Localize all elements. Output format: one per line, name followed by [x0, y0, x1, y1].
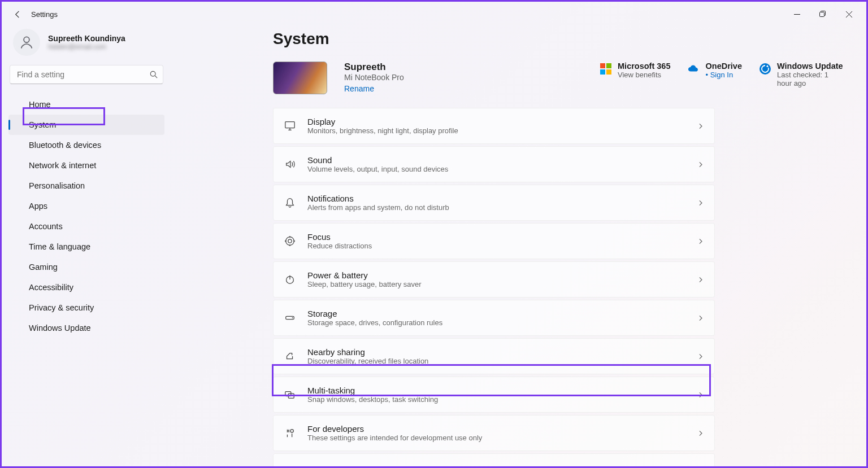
- setting-title: Power & battery: [307, 270, 697, 280]
- setting-sub: Alerts from apps and system, do not dist…: [307, 203, 697, 212]
- nav-network[interactable]: Network & internet: [8, 155, 164, 176]
- setting-title: For developers: [307, 424, 697, 434]
- setting-sub: Sleep, battery usage, battery saver: [307, 280, 697, 288]
- setting-sub: Volume levels, output, input, sound devi…: [307, 165, 697, 173]
- svg-rect-5: [606, 63, 611, 68]
- nav-home[interactable]: Home: [8, 94, 164, 115]
- nav-accessibility[interactable]: Accessibility: [8, 277, 164, 298]
- setting-storage[interactable]: StorageStorage space, drives, configurat…: [273, 300, 715, 336]
- setting-multi[interactable]: Multi-taskingSnap windows, desktops, tas…: [273, 377, 715, 413]
- m365-icon: [600, 63, 612, 75]
- svg-rect-7: [606, 69, 611, 75]
- chevron-right-icon: [697, 314, 704, 322]
- bell-icon: [284, 197, 296, 208]
- setting-title: Sound: [307, 155, 697, 165]
- update-icon: [759, 63, 771, 75]
- setting-title: Display: [307, 117, 697, 126]
- page-title: System: [273, 30, 844, 48]
- setting-power[interactable]: Power & batterySleep, battery usage, bat…: [273, 261, 715, 298]
- sidebar-nav: Home System Bluetooth & devices Network …: [8, 94, 164, 338]
- svg-point-3: [150, 71, 155, 76]
- nav-time-language[interactable]: Time & language: [8, 237, 164, 257]
- display-icon: [284, 120, 296, 132]
- share-icon: [284, 351, 296, 362]
- minimize-icon: [794, 11, 800, 18]
- svg-rect-1: [820, 12, 824, 17]
- chevron-right-icon: [697, 123, 704, 130]
- focus-icon: [284, 235, 296, 247]
- svg-point-10: [286, 237, 294, 246]
- chevron-right-icon: [697, 238, 704, 245]
- nav-apps[interactable]: Apps: [8, 196, 164, 216]
- profile-block[interactable]: Supreeth Koundinya hidden@email.com: [8, 27, 164, 65]
- svg-rect-6: [600, 69, 605, 75]
- setting-focus[interactable]: FocusReduce distractions: [273, 223, 715, 259]
- dev-icon: [284, 427, 296, 439]
- svg-point-2: [24, 37, 29, 42]
- system-header: Supreeth Mi NoteBook Pro Rename Microsof…: [273, 62, 844, 94]
- multi-icon: [284, 389, 296, 400]
- main-panel: System Supreeth Mi NoteBook Pro Rename M…: [171, 27, 866, 466]
- window-controls: [784, 5, 862, 23]
- device-name: Supreeth: [344, 62, 404, 73]
- setting-bell[interactable]: NotificationsAlerts from apps and system…: [273, 185, 715, 221]
- nav-personalisation[interactable]: Personalisation: [8, 176, 164, 196]
- setting-title: Focus: [307, 232, 697, 242]
- setting-title: Storage: [307, 309, 697, 318]
- nav-bluetooth[interactable]: Bluetooth & devices: [8, 135, 164, 155]
- storage-icon: [284, 312, 296, 323]
- back-button[interactable]: [6, 3, 29, 25]
- nav-gaming[interactable]: Gaming: [8, 257, 164, 277]
- setting-display[interactable]: DisplayMonitors, brightness, night light…: [273, 108, 715, 144]
- person-icon: [19, 34, 34, 50]
- setting-sub: Discoverability, received files location: [307, 357, 697, 365]
- setting-sub: Monitors, brightness, night light, displ…: [307, 126, 697, 135]
- settings-list: DisplayMonitors, brightness, night light…: [273, 108, 715, 466]
- nav-windows-update[interactable]: Windows Update: [8, 318, 164, 338]
- search-input[interactable]: [10, 65, 163, 84]
- sound-icon: [284, 159, 296, 170]
- device-image: [273, 62, 327, 94]
- svg-rect-4: [600, 63, 605, 68]
- setting-sub: Storage space, drives, configuration rul…: [307, 318, 697, 327]
- setting-title: Multi-tasking: [307, 386, 697, 395]
- nav-privacy[interactable]: Privacy & security: [8, 298, 164, 318]
- svg-rect-9: [285, 122, 294, 128]
- maximize-button[interactable]: [810, 5, 836, 23]
- tile-windows-update[interactable]: Windows Update Last checked: 1 hour ago: [759, 62, 844, 88]
- setting-title: Notifications: [307, 194, 697, 203]
- setting-sound[interactable]: SoundVolume levels, output, input, sound…: [273, 146, 715, 182]
- device-model: Mi NoteBook Pro: [344, 73, 404, 82]
- chevron-right-icon: [697, 276, 704, 283]
- chevron-right-icon: [697, 430, 704, 437]
- setting-check[interactable]: Activation: [273, 453, 715, 466]
- nav-system[interactable]: System: [8, 115, 164, 135]
- chevron-right-icon: [697, 161, 704, 168]
- setting-sub: Snap windows, desktops, task switching: [307, 395, 697, 404]
- onedrive-icon: [688, 63, 700, 75]
- back-arrow-icon: [14, 10, 22, 19]
- nav-accounts[interactable]: Accounts: [8, 216, 164, 237]
- svg-point-11: [288, 239, 292, 243]
- setting-dev[interactable]: For developersThese settings are intende…: [273, 415, 715, 451]
- titlebar: Settings: [2, 2, 866, 27]
- svg-point-17: [290, 430, 293, 432]
- maximize-icon: [819, 11, 826, 18]
- sidebar: Supreeth Koundinya hidden@email.com Home…: [2, 27, 171, 466]
- setting-sub: Reduce distractions: [307, 242, 697, 250]
- setting-share[interactable]: Nearby sharingDiscoverability, received …: [273, 338, 715, 374]
- chevron-right-icon: [697, 353, 704, 360]
- chevron-right-icon: [697, 199, 704, 207]
- svg-point-14: [292, 317, 293, 318]
- close-icon: [846, 11, 852, 18]
- minimize-button[interactable]: [784, 5, 810, 23]
- tile-onedrive[interactable]: OneDrive • Sign In: [688, 62, 742, 79]
- close-button[interactable]: [836, 5, 862, 23]
- power-icon: [284, 274, 296, 285]
- rename-link[interactable]: Rename: [344, 84, 404, 93]
- profile-email: hidden@email.com: [48, 43, 125, 51]
- setting-sub: These settings are intended for developm…: [307, 434, 697, 442]
- search-field-wrap: [10, 65, 163, 84]
- profile-name: Supreeth Koundinya: [48, 34, 125, 43]
- tile-m365[interactable]: Microsoft 365 View benefits: [600, 62, 670, 79]
